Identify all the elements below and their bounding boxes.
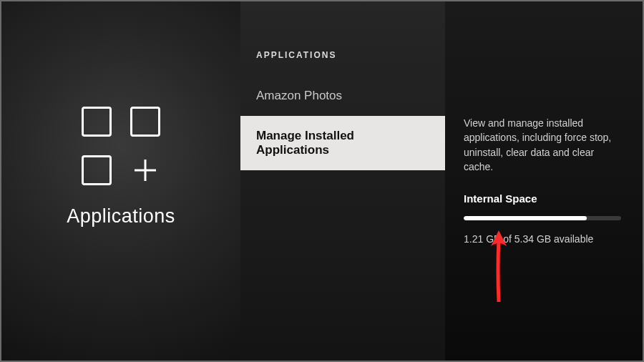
applications-icon bbox=[82, 107, 160, 185]
storage-progress-bar bbox=[464, 216, 621, 220]
menu-item-amazon-photos[interactable]: Amazon Photos bbox=[240, 76, 445, 116]
menu-panel: APPLICATIONS Amazon Photos Manage Instal… bbox=[240, 1, 445, 361]
internal-space-heading: Internal Space bbox=[464, 192, 624, 205]
left-panel: Applications bbox=[1, 1, 240, 361]
menu-section-header: APPLICATIONS bbox=[240, 44, 445, 76]
storage-available-text: 1.21 GB of 5.34 GB available bbox=[464, 233, 624, 245]
menu-item-manage-installed-applications[interactable]: Manage Installed Applications bbox=[240, 116, 445, 170]
settings-screen: Applications APPLICATIONS Amazon Photos … bbox=[0, 0, 644, 362]
detail-description: View and manage installed applications, … bbox=[464, 116, 624, 174]
plus-icon bbox=[130, 155, 160, 185]
storage-progress-fill bbox=[464, 216, 587, 220]
left-panel-title: Applications bbox=[67, 205, 175, 228]
detail-panel: View and manage installed applications, … bbox=[445, 1, 643, 361]
